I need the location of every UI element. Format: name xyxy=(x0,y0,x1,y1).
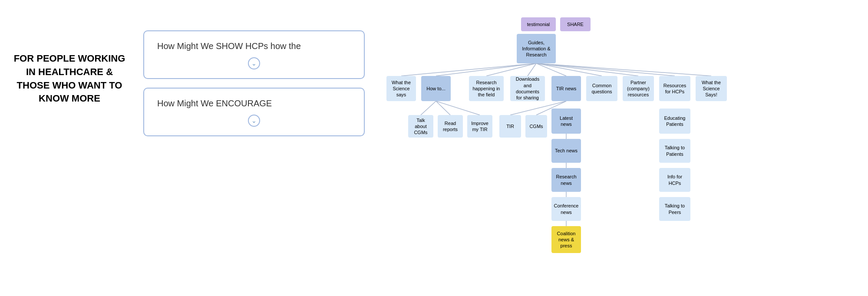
card-1-expand-button[interactable]: ⌄ xyxy=(248,57,260,69)
svg-line-9 xyxy=(421,101,436,115)
middle-panel: How Might We SHOW HCPs how the ⌄ How Mig… xyxy=(143,30,365,145)
node-resources-hcp[interactable]: Resources for HCPs xyxy=(659,76,690,101)
svg-line-3 xyxy=(528,63,536,76)
svg-line-11 xyxy=(436,101,480,115)
node-research-news[interactable]: Research news xyxy=(551,168,581,192)
node-testimonial[interactable]: testimonial xyxy=(521,17,556,31)
node-read-reports[interactable]: Read reports xyxy=(438,115,463,138)
node-what-science2[interactable]: What the Science Says! xyxy=(696,76,727,101)
card-2-expand-button[interactable]: ⌄ xyxy=(248,115,260,127)
svg-line-0 xyxy=(401,63,536,76)
svg-line-10 xyxy=(436,101,450,115)
svg-line-2 xyxy=(486,63,536,76)
node-research-field[interactable]: Research happening in the field xyxy=(469,76,504,101)
node-what-science[interactable]: What the Science says xyxy=(386,76,416,101)
node-improve-tir[interactable]: Improve my TIR xyxy=(467,115,492,138)
node-talking-patients[interactable]: Talking to Patients xyxy=(659,139,690,163)
card-2: How Might We ENCOURAGE ⌄ xyxy=(143,88,365,136)
card-1: How Might We SHOW HCPs how the ⌄ xyxy=(143,30,365,79)
mindmap: testimonialSHAREGuides, Information & Re… xyxy=(373,9,860,286)
svg-line-4 xyxy=(536,63,566,76)
node-how-to[interactable]: How to... xyxy=(421,76,451,101)
card-1-chevron-area: ⌄ xyxy=(157,57,351,69)
svg-line-6 xyxy=(536,63,638,76)
node-share[interactable]: SHARE xyxy=(560,17,591,31)
card-1-text: How Might We SHOW HCPs how the xyxy=(157,40,351,52)
node-info-hcps[interactable]: Info for HCPs xyxy=(659,168,690,192)
node-talking-peers[interactable]: Talking to Peers xyxy=(659,197,690,221)
node-talk-cgm[interactable]: Talk about CGMs xyxy=(408,115,433,138)
node-latest-news[interactable]: Latest news xyxy=(551,109,581,134)
mindmap-lines xyxy=(373,9,860,286)
node-downloads[interactable]: Downloads and documents for sharing xyxy=(510,76,545,101)
svg-line-5 xyxy=(536,63,602,76)
page-heading: FOR PEOPLE WORKING IN HEALTHCARE & THOSE… xyxy=(13,52,126,105)
node-tir-news[interactable]: TIR news xyxy=(551,76,581,101)
card-2-chevron-area: ⌄ xyxy=(157,115,351,127)
node-educating-patients[interactable]: Educating Patients xyxy=(659,109,690,134)
node-common-q[interactable]: Common questions xyxy=(586,76,617,101)
node-partner[interactable]: Partner (company) resources xyxy=(623,76,654,101)
node-tech-news[interactable]: Tech news xyxy=(551,139,581,163)
svg-line-7 xyxy=(536,63,675,76)
node-coalition-news[interactable]: Coalition news & press xyxy=(551,226,581,253)
node-guides[interactable]: Guides, Information & Research xyxy=(517,34,556,63)
svg-line-1 xyxy=(436,63,536,76)
svg-line-8 xyxy=(536,63,711,76)
left-panel: FOR PEOPLE WORKING IN HEALTHCARE & THOSE… xyxy=(13,52,126,105)
node-conference-news[interactable]: Conference news xyxy=(551,197,581,221)
node-cgms[interactable]: CGMs xyxy=(525,115,547,138)
node-tir[interactable]: TIR xyxy=(499,115,521,138)
card-2-text: How Might We ENCOURAGE xyxy=(157,97,351,109)
